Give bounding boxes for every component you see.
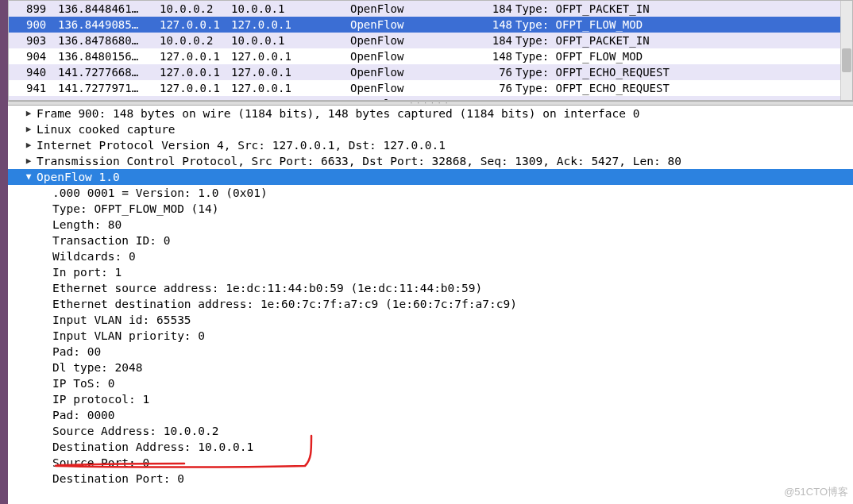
openflow-field[interactable]: Input VLAN priority: 0 [8, 328, 853, 344]
field-text: .000 0001 = Version: 1.0 (0x01) [52, 185, 268, 201]
col-destination: 127.0.0.1 [231, 96, 350, 101]
tree-item-tcp[interactable]: ▶ Transmission Control Protocol, Src Por… [8, 153, 853, 169]
col-destination: 10.0.0.1 [231, 33, 350, 48]
openflow-field[interactable]: Dl type: 2048 [8, 360, 853, 375]
tree-item-linux-cooked[interactable]: ▶ Linux cooked capture [8, 121, 853, 137]
packet-details-pane[interactable]: ▶ Frame 900: 148 bytes on wire (1184 bit… [8, 106, 853, 504]
col-length: 184 [481, 1, 515, 17]
col-source: 127.0.0.1 [160, 80, 231, 96]
col-length: 76 [481, 96, 515, 101]
openflow-field[interactable]: In port: 1 [8, 264, 853, 280]
packet-list-scrollbar[interactable] [840, 1, 852, 100]
openflow-field[interactable]: Input VLAN id: 65535 [8, 312, 853, 328]
linux-cooked-summary: Linux cooked capture [37, 121, 176, 137]
col-protocol: OpenFlow [350, 1, 481, 17]
col-protocol: OpenFlow [350, 80, 481, 96]
field-text: Input VLAN id: 65535 [52, 312, 191, 328]
col-time: 141.7277971… [58, 80, 160, 96]
col-no: 904 [26, 48, 58, 64]
field-text: Ethernet source address: 1e:dc:11:44:b0:… [52, 280, 482, 296]
openflow-field[interactable]: .000 0001 = Version: 1.0 (0x01) [8, 185, 853, 201]
openflow-field[interactable]: Wildcards: 0 [8, 248, 853, 264]
openflow-field[interactable]: Source Address: 10.0.0.2 [8, 423, 853, 439]
expand-collapse-icon[interactable]: ▼ [21, 169, 37, 185]
field-text: Pad: 0000 [52, 407, 115, 423]
col-length: 148 [481, 17, 515, 33]
field-text: Length: 80 [52, 217, 122, 233]
tree-item-openflow[interactable]: ▼ OpenFlow 1.0 [8, 169, 853, 185]
field-text: Source Address: 10.0.0.2 [52, 423, 219, 439]
col-protocol: OpenFlow [350, 33, 481, 48]
col-destination: 127.0.0.1 [231, 48, 350, 64]
col-source: 127.0.0.1 [160, 17, 231, 33]
col-length: 76 [481, 64, 515, 80]
openflow-field[interactable]: Type: OFPT_FLOW_MOD (14) [8, 201, 853, 217]
col-time: 141.7279011… [58, 96, 160, 101]
openflow-field[interactable]: IP ToS: 0 [8, 375, 853, 391]
field-text: Destination Address: 10.0.0.1 [52, 439, 253, 455]
packet-row[interactable]: 904136.8480156…127.0.0.1127.0.0.1OpenFlo… [9, 48, 852, 64]
col-protocol: OpenFlow [350, 17, 481, 33]
packet-row[interactable]: 903136.8478680…10.0.0.210.0.0.1OpenFlow1… [9, 33, 852, 48]
col-info: Type: OFPT_ECHO_REPLY [515, 96, 852, 101]
col-no: 903 [26, 33, 58, 48]
col-source: 10.0.0.2 [160, 1, 231, 17]
tree-item-frame[interactable]: ▶ Frame 900: 148 bytes on wire (1184 bit… [8, 106, 853, 121]
col-length: 148 [481, 48, 515, 64]
openflow-field[interactable]: Ethernet source address: 1e:dc:11:44:b0:… [8, 280, 853, 296]
col-no: 899 [26, 1, 58, 17]
scrollbar-thumb[interactable] [842, 48, 851, 72]
tree-item-ip[interactable]: ▶ Internet Protocol Version 4, Src: 127.… [8, 137, 853, 153]
expand-collapse-icon[interactable]: ▶ [21, 106, 37, 121]
field-text: IP protocol: 1 [52, 391, 149, 407]
col-no: 942 [26, 96, 58, 101]
col-time: 136.8478680… [58, 33, 160, 48]
col-info: Type: OFPT_PACKET_IN [515, 33, 852, 48]
openflow-field[interactable]: Pad: 00 [8, 344, 853, 360]
tcp-summary: Transmission Control Protocol, Src Port:… [37, 153, 681, 169]
openflow-field[interactable]: Source Port: 0 [8, 455, 853, 471]
field-text: Source Port: 0 [52, 455, 149, 471]
openflow-field[interactable]: Pad: 0000 [8, 407, 853, 423]
openflow-field[interactable]: Length: 80 [8, 217, 853, 233]
col-info: Type: OFPT_PACKET_IN [515, 1, 852, 17]
packet-list-pane[interactable]: 899136.8448461…10.0.0.210.0.0.1OpenFlow1… [8, 0, 853, 101]
col-time: 136.8448461… [58, 1, 160, 17]
expand-collapse-icon[interactable]: ▶ [21, 137, 37, 153]
packet-row[interactable]: 942141.7279011…127.0.0.1127.0.0.1OpenFlo… [9, 96, 852, 101]
col-destination: 127.0.0.1 [231, 64, 350, 80]
packet-row[interactable]: 900136.8449085…127.0.0.1127.0.0.1OpenFlo… [9, 17, 852, 33]
openflow-field[interactable]: Ethernet destination address: 1e:60:7c:7… [8, 296, 853, 312]
field-text: Wildcards: 0 [52, 248, 136, 264]
col-no: 900 [26, 17, 58, 33]
openflow-field[interactable]: Destination Port: 0 [8, 471, 853, 487]
col-time: 136.8449085… [58, 17, 160, 33]
col-no: 940 [26, 64, 58, 80]
expand-collapse-icon[interactable]: ▶ [21, 153, 37, 169]
wireshark-window: 899136.8448461…10.0.0.210.0.0.1OpenFlow1… [0, 0, 853, 504]
field-text: Destination Port: 0 [52, 471, 184, 487]
packet-row[interactable]: 940141.7277668…127.0.0.1127.0.0.1OpenFlo… [9, 64, 852, 80]
col-no: 941 [26, 80, 58, 96]
expand-collapse-icon[interactable]: ▶ [21, 121, 37, 137]
col-source: 10.0.0.2 [160, 33, 231, 48]
packet-row[interactable]: 899136.8448461…10.0.0.210.0.0.1OpenFlow1… [9, 1, 852, 17]
field-text: Pad: 00 [52, 344, 101, 360]
openflow-field[interactable]: Destination Address: 10.0.0.1 [8, 439, 853, 455]
col-source: 127.0.0.1 [160, 96, 231, 101]
frame-summary: Frame 900: 148 bytes on wire (1184 bits)… [37, 106, 640, 121]
col-info: Type: OFPT_ECHO_REQUEST [515, 80, 852, 96]
col-info: Type: OFPT_FLOW_MOD [515, 48, 852, 64]
col-protocol: OpenFlow [350, 48, 481, 64]
field-text: Input VLAN priority: 0 [52, 328, 205, 344]
field-text: Ethernet destination address: 1e:60:7c:7… [52, 296, 517, 312]
openflow-field[interactable]: Transaction ID: 0 [8, 233, 853, 248]
col-time: 141.7277668… [58, 64, 160, 80]
col-source: 127.0.0.1 [160, 64, 231, 80]
col-time: 136.8480156… [58, 48, 160, 64]
col-destination: 10.0.0.1 [231, 1, 350, 17]
openflow-field[interactable]: IP protocol: 1 [8, 391, 853, 407]
field-text: Dl type: 2048 [52, 360, 143, 375]
col-destination: 127.0.0.1 [231, 80, 350, 96]
packet-row[interactable]: 941141.7277971…127.0.0.1127.0.0.1OpenFlo… [9, 80, 852, 96]
